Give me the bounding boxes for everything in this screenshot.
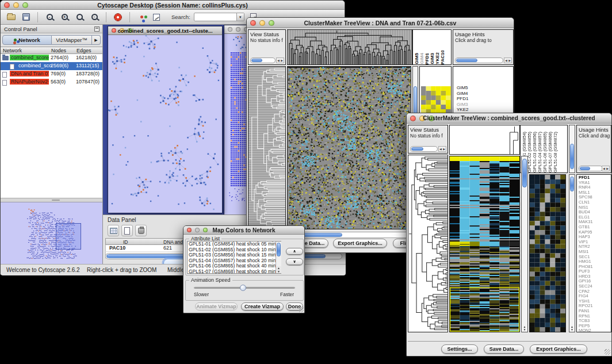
network-view-canvas-1[interactable]: [108, 35, 222, 213]
animate-vizmap-button[interactable]: Animate Vizmap: [195, 302, 238, 311]
treeview2-labels-vscrollbar[interactable]: [569, 125, 575, 173]
export-graphics-button[interactable]: Export Graphics...: [333, 239, 387, 248]
hscrollbar[interactable]: [455, 58, 503, 63]
column-label[interactable]: GPL51-03 (GSM856): [532, 132, 537, 173]
treeview1-mini-matrix[interactable]: [421, 86, 451, 114]
tab-vizmapper[interactable]: VizMapper™: [52, 35, 92, 45]
export-graphics-button[interactable]: Export Graphics...: [530, 344, 587, 354]
treeview1-column-dendrogram[interactable]: [287, 29, 412, 65]
delete-attribute-button[interactable]: [135, 225, 147, 236]
tab-network[interactable]: Network: [2, 35, 52, 45]
attribute-listbox[interactable]: GPL51-01 (GSM854) heat shock 05 minGPL51…: [187, 241, 281, 274]
search-input[interactable]: ▼: [194, 13, 244, 21]
column-label[interactable]: PAC10: [440, 50, 445, 64]
resize-grip[interactable]: [298, 306, 304, 312]
treeview2-gene-list: PFD1YRA1RNR4MSL1SPC98CLN1NIS1BUD4ELG1MAK…: [577, 175, 611, 332]
data-panel-title: Data Panel: [108, 217, 136, 223]
gene-label[interactable]: GIM5: [457, 85, 471, 91]
close-icon[interactable]: [228, 27, 232, 32]
slower-label: Slower: [194, 292, 209, 297]
faster-label: Faster: [280, 292, 294, 297]
gene-label[interactable]: GIM3: [457, 102, 471, 108]
control-panel-header: Control Panel: [1, 25, 102, 33]
vizmapper-icon[interactable]: [136, 12, 147, 23]
treeview2-view-status-panel: View Status No status info f ◀▶: [408, 125, 448, 154]
network-table-row[interactable]: combined_scores 2764(0) 16218(0): [1, 54, 102, 62]
column-label[interactable]: YKE2: [435, 52, 440, 64]
treeview2-row-dendrogram[interactable]: [408, 155, 448, 332]
scroll-arrows[interactable]: ◀▶: [602, 166, 610, 171]
gene-label[interactable]: GIM4: [457, 91, 471, 97]
new-attribute-button[interactable]: [121, 225, 133, 236]
hscrollbar[interactable]: [579, 166, 603, 171]
chevron-down-icon[interactable]: ▼: [236, 13, 244, 21]
network-overview-canvas[interactable]: [3, 204, 100, 263]
network-list-empty-area: [1, 86, 102, 198]
search-value[interactable]: [194, 13, 236, 21]
network-table-row[interactable]: RNAPuberNov2+ 563(0) 107847(0): [1, 78, 102, 86]
treeview2-zoom-heatmap[interactable]: [529, 174, 566, 332]
treeview1-hscrollbar[interactable]: [287, 232, 411, 238]
gene-label[interactable]: YKE2: [457, 107, 471, 113]
treeview2-heatmap-vscrollbar[interactable]: ▲▼: [521, 156, 528, 332]
resize-grip[interactable]: [605, 349, 610, 355]
treeview2-heatmap[interactable]: [449, 156, 520, 332]
speed-slider-thumb[interactable]: [240, 285, 246, 291]
treeview1-heatmap[interactable]: [287, 66, 411, 229]
network-table-row[interactable]: DNA and Tran 07 769(0) 183728(0): [1, 70, 102, 78]
settings-button[interactable]: Settings...: [441, 344, 478, 354]
window-title: Cytoscape Desktop (Session Name: collins…: [1, 2, 345, 9]
main-title-bar[interactable]: Cytoscape Desktop (Session Name: collins…: [1, 1, 345, 10]
treeview2-titlebar[interactable]: ClusterMaker TreeView : combined_scores_…: [407, 113, 611, 124]
zoom-fit-icon[interactable]: ▫: [89, 12, 100, 23]
save-data-button[interactable]: Save Data...: [484, 344, 524, 354]
grid-icon: [110, 228, 117, 234]
zoom-out-icon[interactable]: -: [44, 12, 55, 23]
create-vizmap-button[interactable]: Create Vizmap: [241, 302, 284, 311]
scroll-arrows[interactable]: ◀▶: [504, 58, 512, 63]
map-colors-dialog: Map Colors to Network Attribute List GPL…: [183, 225, 305, 313]
attribute-list-item[interactable]: GPL51-07 (GSM868) heat shock 60 min: [188, 269, 281, 274]
scroll-arrows[interactable]: ◀▶: [438, 146, 446, 152]
network-window-title: combined_scores_good.txt--cluste...: [108, 28, 222, 34]
column-label[interactable]: GPL51-06 (GSM865): [542, 132, 548, 173]
treeview1-titlebar[interactable]: ClusterMaker TreeView : DNA and Tran 07-…: [247, 18, 514, 28]
treeview2-genes-vscrollbar[interactable]: ▲▼: [569, 174, 575, 332]
hscrollbar[interactable]: [410, 146, 438, 152]
hscrollbar[interactable]: [250, 58, 276, 63]
zoom-selected-icon[interactable]: [74, 12, 85, 23]
control-panel: Control Panel Network VizMapper™ ▶ Netwo…: [1, 25, 103, 264]
help-lifering-icon[interactable]: [112, 12, 124, 23]
network-table-row[interactable]: combined_sco 2569(6) 13112(15): [1, 62, 102, 70]
column-label[interactable]: PFD1: [424, 53, 430, 64]
float-panel-icon[interactable]: [94, 26, 100, 32]
column-label[interactable]: GPL51-08 (GSM872): [553, 132, 558, 173]
network-window-active[interactable]: combined_scores_good.txt--cluste...: [108, 26, 223, 213]
column-label[interactable]: GIM4: [419, 53, 424, 64]
treeview2-title: ClusterMaker TreeView : combined_scores_…: [407, 115, 611, 121]
treeview1-row-dendrogram[interactable]: [248, 66, 286, 229]
column-label[interactable]: GPL51-07 (GSM868): [548, 132, 553, 173]
column-label[interactable]: GPL51-04 (GSM857): [537, 132, 542, 173]
dialog-titlebar[interactable]: Map Colors to Network: [183, 226, 304, 235]
listbox-vscrollbar[interactable]: ▲▼: [276, 242, 281, 273]
open-file-icon[interactable]: [5, 12, 17, 23]
column-label[interactable]: GIM3: [430, 53, 435, 64]
attribute-select-button[interactable]: [108, 225, 119, 236]
column-label[interactable]: GIM5: [414, 53, 419, 64]
gene-label[interactable]: PFD1: [457, 96, 471, 102]
move-up-button[interactable]: ∧: [286, 248, 303, 255]
network-window-titlebar[interactable]: combined_scores_good.txt--cluste...: [108, 26, 222, 35]
scroll-arrows[interactable]: ◀▶: [276, 58, 284, 63]
annotation-icon[interactable]: [151, 12, 162, 23]
network-overview-panel[interactable]: [1, 202, 102, 264]
zoom-in-icon[interactable]: +: [59, 12, 70, 23]
treeview2-column-dendrogram[interactable]: [449, 125, 520, 155]
network-row-icon: [10, 64, 14, 70]
gene-label[interactable]: MON2: [579, 328, 611, 332]
treeview1-title: ClusterMaker TreeView : DNA and Tran 07-…: [247, 20, 514, 26]
save-icon[interactable]: [20, 12, 32, 23]
move-down-button[interactable]: ∨: [286, 258, 303, 265]
tab-overflow-button[interactable]: ▶: [92, 35, 101, 45]
minimize-icon[interactable]: [236, 27, 240, 32]
